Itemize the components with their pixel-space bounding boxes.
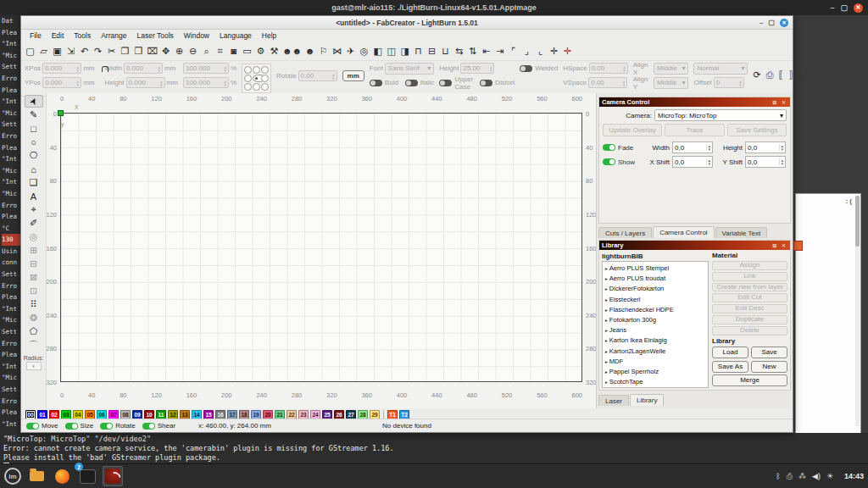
clock[interactable]: 14:43 — [844, 472, 864, 480]
terminal-minimize-button[interactable]: – — [830, 3, 834, 12]
print-icon[interactable]: ⎙ — [766, 69, 774, 80]
shape-tool[interactable]: ⬠ — [25, 325, 43, 338]
camera-action-button[interactable]: Trace — [665, 124, 724, 136]
uppercase-toggle[interactable]: Upper Case — [439, 78, 473, 88]
anchor-point-selector[interactable] — [242, 64, 271, 93]
zoom-out-icon[interactable]: ⊖ — [187, 44, 198, 58]
status-toggle[interactable]: Shear — [142, 422, 175, 430]
ellipse-tool[interactable]: ○ — [25, 136, 43, 148]
boolean-union-tool[interactable]: ⊞ — [25, 244, 43, 257]
dock-left-icon[interactable]: ⟦ — [779, 69, 783, 80]
camera-action-button[interactable]: Update Overlay — [603, 124, 662, 136]
panel-close-icon[interactable]: ✕ — [782, 100, 787, 105]
pan-icon[interactable]: ✥ — [160, 44, 171, 58]
weld-mode-select[interactable]: Normal▾ — [693, 63, 748, 75]
align-center-h-icon[interactable]: ◫ — [386, 44, 397, 58]
material-list-item[interactable]: Pappel Sperrholz — [605, 367, 707, 377]
library-saveas-button[interactable]: Save As — [712, 361, 748, 373]
device-settings-icon[interactable]: ⚒ — [269, 44, 280, 58]
terminal-window-edge[interactable]: DatPlea"Int"MicSettErroPlea"Int"MicSettE… — [0, 15, 20, 463]
material-list-item[interactable]: Aerro PLUS troudat — [605, 274, 707, 284]
taskbar-browser-app[interactable] — [52, 466, 72, 486]
camera-capture-icon[interactable]: ◙ — [228, 44, 239, 58]
library-merge-button[interactable]: Merge — [712, 374, 787, 386]
camera-action-button[interactable]: Save Settings — [727, 124, 787, 136]
width-input[interactable]: 0.000▴▾ — [124, 63, 163, 74]
camera-panel-header[interactable]: Camera Control ⊞ ✕ — [599, 97, 790, 107]
offset-input[interactable]: 0▴▾ — [714, 77, 744, 88]
material-list-item[interactable]: Wahlplakat — [605, 387, 707, 388]
hspace-input[interactable]: 0.00▴▾ — [589, 63, 628, 74]
menu-item[interactable]: Help — [257, 30, 281, 41]
redo-icon[interactable]: ↷ — [92, 44, 103, 58]
space-v-icon[interactable]: ⇥ — [494, 44, 505, 58]
material-action-button[interactable]: Assign — [712, 261, 787, 270]
panel-close-icon[interactable]: ✕ — [782, 243, 787, 248]
menu-item[interactable]: Tools — [69, 30, 96, 41]
space-h-icon[interactable]: ⇤ — [481, 44, 492, 58]
material-list-item[interactable]: MDF — [605, 357, 707, 367]
text-tool[interactable]: A — [25, 190, 43, 202]
grid-array-tool[interactable]: ⠿ — [25, 298, 43, 311]
refresh-icon[interactable]: ⟳ — [753, 69, 760, 80]
bold-toggle[interactable]: Bold — [370, 78, 398, 88]
distort-toggle[interactable]: Distort — [480, 78, 515, 88]
status-toggle[interactable]: Size — [65, 422, 94, 430]
material-list-item[interactable]: Karton2LagenWelle — [605, 347, 707, 357]
edit-nodes-tool[interactable]: ⌂ — [25, 163, 43, 175]
workspace-canvas[interactable]: 0408012016020024028032036040044048052056… — [47, 93, 596, 408]
rectangle-tool[interactable]: □ — [25, 122, 43, 135]
overflow-chevron-icon[interactable]: » — [798, 70, 803, 80]
dock-bottom-left-icon[interactable]: ⌞ — [535, 44, 546, 58]
library-panel-header[interactable]: Library ⊞ ✕ — [599, 241, 790, 250]
align-left-icon[interactable]: ◧ — [372, 44, 383, 58]
menu-item[interactable]: Language — [214, 30, 257, 41]
material-list-item[interactable]: Jeans — [605, 325, 707, 336]
library-new-button[interactable]: New — [751, 361, 787, 373]
import-icon[interactable]: ⇲ — [65, 44, 76, 58]
material-list-item[interactable]: Flaschendeckel HDPE — [605, 305, 707, 315]
material-action-button[interactable]: Edit Desc — [712, 304, 787, 313]
measure-tool[interactable]: ✐ — [25, 217, 43, 230]
draw-lines-tool[interactable]: ✎ — [25, 108, 43, 121]
material-list-item[interactable]: DickererFotokarton — [605, 284, 707, 294]
material-list-item[interactable]: Eissteckerl — [605, 295, 707, 305]
material-action-button[interactable]: Link — [712, 272, 787, 281]
camera-value-input[interactable]: 0,0▴▾ — [745, 141, 786, 153]
panel-tab[interactable]: Variable Text — [715, 227, 768, 238]
status-toggle[interactable]: Move — [26, 422, 58, 430]
italic-toggle[interactable]: Italic — [405, 78, 434, 88]
background-window[interactable]: : ( — [795, 193, 861, 435]
distribute-h-icon[interactable]: ⇆ — [453, 44, 465, 58]
work-area-grid[interactable] — [60, 113, 582, 382]
select-tool[interactable]: ➤ — [25, 95, 43, 108]
ypos-input[interactable]: 0.000▴▾ — [42, 77, 81, 88]
paste-icon[interactable]: ❒ — [133, 44, 144, 58]
new-file-icon[interactable]: ▢ — [25, 44, 36, 58]
dock-top-left-icon[interactable]: ⌜ — [508, 44, 519, 58]
boolean-subtract-tool[interactable]: ⊟ — [25, 258, 43, 270]
bluetooth-icon[interactable]: ᛒ — [776, 472, 780, 480]
taskbar-terminal-app[interactable]: 2 — [77, 466, 97, 486]
library-load-button[interactable]: Load — [712, 347, 748, 358]
volume-icon[interactable]: ◀) — [812, 472, 821, 480]
position-laser-tool[interactable]: ⌖ — [25, 203, 43, 216]
start-here-flag-icon[interactable]: ⚐ — [318, 44, 329, 58]
camera-value-input[interactable]: 0,0▴▾ — [672, 141, 713, 153]
edit-text-frame-tool[interactable]: ❏ — [25, 176, 43, 189]
camera-select[interactable]: MicroTop: MicroTop▾ — [654, 109, 787, 121]
panel-tab[interactable]: Cuts / Layers — [598, 227, 652, 238]
window-maximize-button[interactable]: ▢ — [768, 19, 775, 26]
menu-button[interactable]: lm — [4, 468, 21, 485]
rotate-input[interactable]: 0.00▴▾ — [298, 70, 337, 81]
delete-icon[interactable]: ⌧ — [147, 44, 158, 58]
align-middle-icon[interactable]: ⊟ — [426, 44, 437, 58]
camera-value-input[interactable]: 0,0▴▾ — [745, 156, 786, 168]
offset-shapes-tool[interactable]: ◎ — [25, 230, 43, 243]
material-action-button[interactable]: Duplicate — [712, 315, 787, 324]
align-bottom-icon[interactable]: ⊔ — [440, 44, 451, 58]
font-height-input[interactable]: 25.00▴▾ — [460, 63, 494, 74]
material-action-button[interactable]: Delete — [712, 326, 787, 336]
material-list-item[interactable]: ScotchTape — [605, 377, 707, 387]
panel-float-icon[interactable]: ⊞ — [772, 100, 778, 105]
